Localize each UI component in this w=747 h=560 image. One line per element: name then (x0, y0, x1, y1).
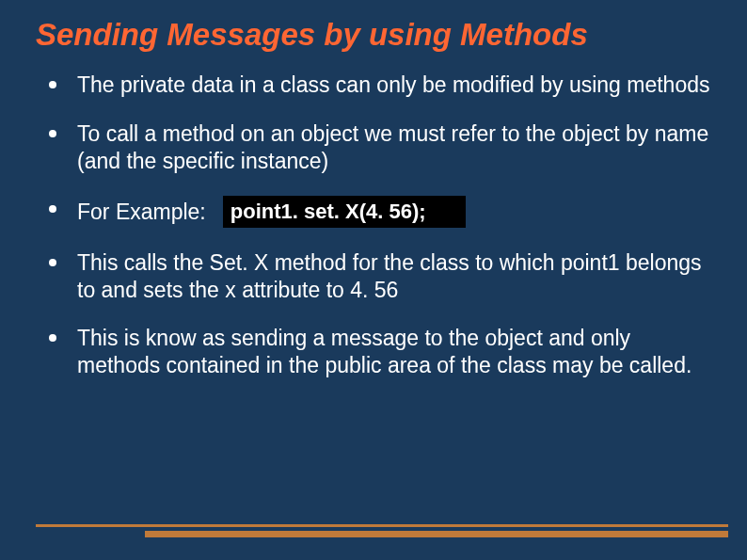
bullet-list: The private data in a class can only be … (49, 72, 719, 379)
example-label: For Example: (77, 199, 206, 226)
slide-title: Sending Messages by using Methods (28, 17, 719, 53)
bullet-item: For Example: point1. set. X(4. 56); (49, 196, 719, 228)
slide-content: Sending Messages by using Methods The pr… (0, 0, 747, 560)
bullet-item: The private data in a class can only be … (49, 72, 719, 99)
bullet-item: This calls the Set. X method for the cla… (49, 249, 719, 304)
bullet-item: To call a method on an object we must re… (49, 120, 719, 175)
code-example: point1. set. X(4. 56); (223, 196, 466, 228)
divider-thin (36, 524, 728, 527)
bullet-item: This is know as sending a message to the… (49, 325, 719, 379)
divider-thick (145, 531, 728, 537)
